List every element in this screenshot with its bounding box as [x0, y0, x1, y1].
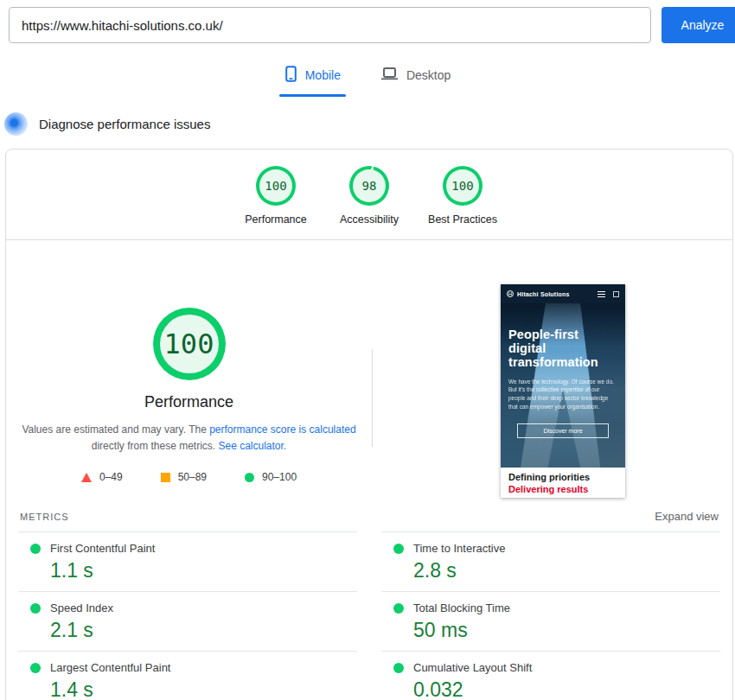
accessibility-score-value: 98 — [353, 169, 386, 202]
metric-label: Largest Contentful Paint — [50, 661, 170, 674]
legend-average-range: 50–89 — [178, 471, 207, 483]
site-headline: People-first digital transformation — [508, 328, 617, 370]
green-circle-icon — [245, 473, 254, 482]
accessibility-score-gauge: 98 — [349, 166, 389, 206]
best-practices-score-gauge: 100 — [443, 166, 483, 206]
metric-value: 2.1 s — [50, 619, 357, 642]
category-score-accessibility[interactable]: 98 Accessibility — [326, 166, 412, 239]
metric-total-blocking-time: Total Blocking Time 50 ms — [381, 591, 720, 651]
legend-average: 50–89 — [161, 471, 207, 483]
metric-value: 1.1 s — [50, 559, 357, 582]
metrics-section: METRICS Expand view First Contentful Pai… — [6, 510, 732, 700]
nav-grid-icon — [613, 291, 619, 297]
category-score-performance[interactable]: 100 Performance — [233, 166, 319, 239]
url-input[interactable] — [9, 7, 651, 43]
metric-speed-index: Speed Index 2.1 s — [18, 591, 357, 651]
tab-desktop[interactable]: Desktop — [375, 60, 456, 97]
discover-more-button: Discover more — [517, 423, 609, 438]
best-practices-score-label: Best Practices — [428, 213, 497, 226]
tab-mobile-label: Mobile — [305, 68, 341, 82]
metrics-header: METRICS Expand view — [18, 510, 720, 531]
diagnose-section-header: Diagnose performance issues — [4, 112, 210, 136]
metric-value: 2.8 s — [413, 559, 720, 582]
green-dot-icon — [30, 663, 41, 673]
legend-pass: 90–100 — [245, 471, 297, 483]
hamburger-menu-icon — [598, 291, 605, 297]
report-card: 100 Performance 98 Accessibility 100 Bes… — [5, 149, 733, 700]
summary-divider — [372, 349, 373, 447]
metric-cumulative-layout-shift: Cumulative Layout Shift 0.032 — [381, 651, 720, 700]
best-practices-score-value: 100 — [446, 169, 479, 202]
device-tabs: Mobile Desktop — [0, 60, 735, 97]
active-tab-underline — [279, 94, 346, 97]
metric-label: Speed Index — [50, 601, 113, 614]
green-dot-icon — [393, 663, 404, 673]
green-dot-icon — [393, 544, 404, 554]
category-score-best-practices[interactable]: 100 Best Practices — [419, 166, 506, 239]
url-bar: Analyze — [9, 7, 735, 43]
description-text-2: directly from these metrics. — [92, 440, 219, 452]
desktop-laptop-icon — [380, 67, 399, 84]
green-dot-icon — [30, 544, 41, 554]
performance-description: Values are estimated and may vary. The p… — [20, 422, 359, 454]
metric-value: 0.032 — [413, 678, 720, 700]
score-calc-link[interactable]: performance score is calculated — [209, 423, 355, 436]
orange-square-icon — [161, 473, 170, 482]
performance-big-score: 100 — [160, 315, 219, 373]
metric-largest-contentful-paint: Largest Contentful Paint 1.4 s — [18, 651, 357, 700]
score-legend: 0–49 50–89 90–100 — [81, 471, 297, 483]
performance-big-gauge: 100 — [153, 308, 226, 380]
tab-mobile[interactable]: Mobile — [279, 60, 346, 97]
hitachi-logo-icon: H — [507, 290, 514, 297]
metric-first-contentful-paint: First Contentful Paint 1.1 s — [18, 531, 357, 591]
tab-desktop-label: Desktop — [406, 68, 451, 82]
performance-score-gauge: 100 — [256, 166, 296, 206]
mobile-phone-icon — [284, 66, 297, 85]
metric-label: First Contentful Paint — [50, 542, 155, 555]
red-triangle-icon — [81, 473, 92, 482]
site-screenshot[interactable]: H Hitachi Solutions People-first digital… — [501, 284, 625, 498]
performance-gauge-column: 100 Performance Values are estimated and… — [6, 240, 372, 505]
metric-value: 50 ms — [413, 619, 720, 642]
description-text-1: Values are estimated and may vary. The — [22, 423, 209, 436]
metric-value: 1.4 s — [50, 678, 357, 700]
accessibility-score-label: Accessibility — [340, 213, 399, 226]
analyze-button[interactable]: Analyze — [662, 7, 735, 43]
green-dot-icon — [393, 603, 404, 614]
site-brand: Hitachi Solutions — [517, 291, 594, 297]
metric-label: Total Blocking Time — [413, 601, 510, 614]
site-body-text: We have the technology. Of course we do.… — [508, 378, 617, 411]
legend-fail-range: 0–49 — [99, 471, 123, 483]
legend-pass-range: 90–100 — [262, 471, 297, 483]
metrics-grid: First Contentful Paint 1.1 s Time to Int… — [18, 531, 720, 700]
site-caption-2: Delivering results — [508, 484, 617, 496]
expand-view-button[interactable]: Expand view — [655, 510, 719, 523]
insights-icon — [4, 112, 28, 136]
see-calculator-link[interactable]: See calculator. — [218, 440, 286, 452]
performance-score-label: Performance — [245, 213, 307, 226]
metrics-section-label: METRICS — [20, 512, 69, 522]
metric-label: Time to Interactive — [413, 542, 505, 555]
site-hero-image: People-first digital transformation We h… — [501, 303, 625, 468]
legend-fail: 0–49 — [81, 471, 123, 483]
green-dot-icon — [30, 603, 41, 614]
performance-title: Performance — [144, 393, 233, 411]
performance-score-value: 100 — [259, 169, 292, 202]
site-caption-1: Defining priorities — [508, 472, 617, 484]
site-footer-strip: Defining priorities Delivering results — [501, 468, 625, 498]
site-nav-bar: H Hitachi Solutions — [501, 284, 625, 303]
metric-label: Cumulative Layout Shift — [413, 661, 532, 674]
performance-summary: 100 Performance Values are estimated and… — [6, 240, 732, 505]
metric-time-to-interactive: Time to Interactive 2.8 s — [381, 531, 720, 591]
hero-content: People-first digital transformation We h… — [508, 328, 617, 438]
diagnose-label: Diagnose performance issues — [39, 117, 210, 131]
category-scores-strip: 100 Performance 98 Accessibility 100 Bes… — [6, 150, 732, 240]
